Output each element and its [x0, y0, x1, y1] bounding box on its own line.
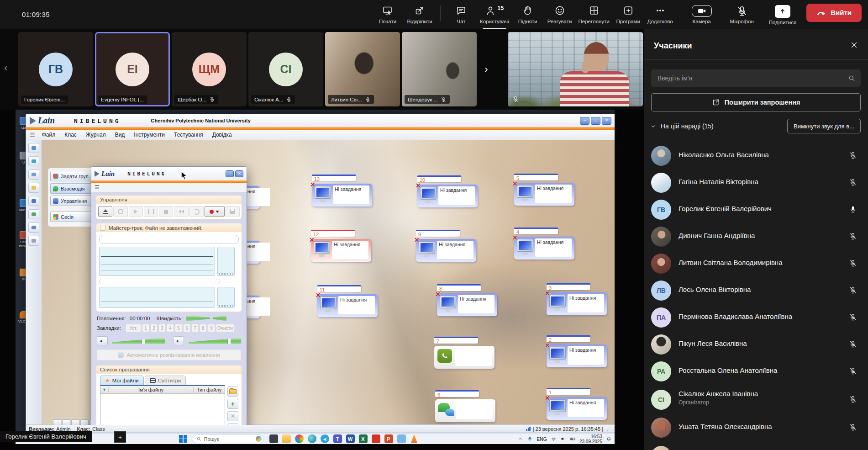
panel-close-button[interactable] [850, 41, 858, 49]
sort-arrow-icon[interactable]: ▼ [100, 387, 109, 392]
battery-icon[interactable] [570, 436, 576, 442]
student-station-3[interactable]: 3 ✕ Ні завдання [547, 283, 607, 315]
volume-icon[interactable] [560, 436, 566, 442]
app-tool-button[interactable] [28, 209, 39, 219]
speech-recognition-button[interactable]: Автоматичне розпізнавання мовлення [97, 349, 241, 360]
bookmark-2[interactable]: 2 [150, 324, 158, 332]
word-icon[interactable]: W [346, 434, 355, 443]
column-file-type[interactable]: Тип файлу [194, 387, 225, 392]
bookmark-1[interactable]: 1 [142, 324, 149, 332]
volume-slider-1[interactable] [112, 338, 165, 344]
speaker-button[interactable] [173, 336, 184, 345]
menu-view[interactable]: Вид [111, 131, 129, 139]
mic-off-icon[interactable] [849, 232, 857, 240]
add-file-button[interactable]: + [227, 399, 238, 409]
clear-list-button[interactable] [227, 424, 238, 425]
student-station-1[interactable]: 1 ✕ Ні завдання [547, 388, 607, 420]
bookmark-set-button[interactable]: Уст. [126, 324, 141, 332]
participant-row[interactable]: РА Росстальна Олена Анатоліївна [644, 358, 868, 385]
raise-hand-button[interactable]: Підняти [512, 2, 544, 26]
column-file-name[interactable]: Ім'я файлу [109, 387, 194, 392]
bookmark-5[interactable]: 5 [175, 324, 182, 332]
mic-off-icon[interactable] [849, 395, 857, 403]
react-button[interactable]: Реагувати [544, 2, 576, 26]
mic-on-icon[interactable] [849, 205, 857, 213]
eject-button[interactable] [98, 206, 112, 217]
search-input[interactable] [657, 74, 848, 82]
name-tag-expand-button[interactable]: + [114, 431, 126, 443]
play-button[interactable] [129, 206, 143, 217]
edge-icon[interactable] [308, 434, 316, 443]
open-file-button[interactable] [227, 386, 238, 397]
record-button[interactable] [205, 206, 225, 217]
save-button[interactable] [226, 206, 240, 217]
student-station-6[interactable]: 6 [435, 390, 495, 422]
mic-off-icon[interactable] [849, 423, 857, 431]
bookmark-4[interactable]: 4 [167, 324, 174, 332]
participant-row[interactable]: ЛВ Лось Олена Вікторівна [644, 277, 868, 304]
master-track-checkbox[interactable] [100, 225, 106, 231]
app-tool-button[interactable] [28, 236, 39, 246]
mic-off-icon[interactable] [849, 178, 857, 186]
more-button[interactable]: Додатково [644, 2, 676, 26]
video-tile-evgeniy-selected[interactable]: EI Evgeniy INFOL (... [95, 32, 170, 106]
file-explorer-icon[interactable] [282, 434, 291, 443]
mic-off-icon[interactable] [849, 367, 857, 375]
playlist-empty-list[interactable] [100, 394, 225, 425]
close-button[interactable]: ✕ [602, 117, 611, 125]
student-station-7[interactable]: 7 [434, 337, 494, 369]
student-station-5[interactable]: 5 ✕ Ні завдання [514, 174, 574, 206]
taskbar-search[interactable]: Пошук [192, 434, 264, 443]
minimize-button[interactable]: – [580, 117, 589, 125]
app-tool-button[interactable] [28, 156, 39, 166]
video-tile-sikaliuk[interactable]: СІ Сікалюк А... [248, 32, 323, 106]
tab-my-files[interactable]: ★ Мої файли [100, 376, 144, 385]
tray-mic-icon[interactable] [527, 436, 533, 442]
start-share-button[interactable]: Почати [372, 2, 404, 26]
app-tool-button[interactable] [28, 169, 39, 180]
student-station-12-selected[interactable]: 12 ✕ Ні завдання [311, 230, 371, 262]
chrome-icon[interactable] [295, 434, 304, 443]
participant-row[interactable]: Ніколаєнко Ольга Василівна [644, 143, 868, 169]
bookmark-8[interactable]: 8 [200, 324, 207, 332]
sidebar-set-group-task-button[interactable]: Задати груп... [50, 171, 92, 181]
student-station-13[interactable]: 13 ✕ Ні завдання [312, 175, 372, 206]
teams-icon[interactable]: T [333, 434, 342, 443]
bookmark-9[interactable]: 9 [208, 324, 215, 332]
loop-button[interactable] [189, 206, 204, 217]
mic-options-chevron[interactable] [758, 2, 766, 12]
chat-button[interactable]: Чат [445, 2, 477, 26]
telegram-icon[interactable]: ◄ [321, 434, 329, 443]
vlc-icon[interactable] [410, 434, 419, 443]
language-indicator[interactable]: ENG [537, 436, 547, 442]
dialog-minimize-button[interactable]: – [226, 170, 234, 177]
pause-button[interactable] [144, 206, 158, 217]
waveform-pane-2[interactable] [99, 287, 215, 308]
app-tool-button[interactable] [28, 183, 39, 193]
record-circle-button[interactable] [113, 206, 127, 217]
menu-testing[interactable]: Тестування [170, 131, 207, 139]
apps-button[interactable]: Програми [612, 2, 644, 26]
app-tool-button[interactable] [28, 222, 39, 233]
app-tool-button[interactable] [28, 196, 39, 206]
student-station-2[interactable]: 2 ✕ Ні завдання [547, 335, 607, 367]
view-button[interactable]: Переглянути [576, 2, 612, 26]
mic-off-icon[interactable] [849, 286, 857, 294]
track-scroll-bar[interactable] [99, 279, 220, 284]
share-invite-button[interactable]: Поширити запрошення [651, 93, 861, 111]
filmstrip-prev-arrow[interactable]: ‹ [2, 62, 10, 74]
maximize-button[interactable]: □ [591, 117, 600, 125]
menu-tools[interactable]: Інструменти [130, 131, 169, 139]
excel-icon[interactable]: X [359, 434, 368, 443]
app-tool-button[interactable] [28, 143, 39, 153]
bookmark-3[interactable]: 3 [158, 324, 166, 332]
sidebar-session-button[interactable]: Сесія [50, 212, 92, 222]
participant-row[interactable]: Ушата Тетяна Олександрівна [644, 414, 868, 441]
taskbar-app-icon[interactable] [269, 434, 278, 443]
powerpoint-icon[interactable]: P [384, 434, 393, 443]
bookmark-7[interactable]: 7 [191, 324, 199, 332]
waveform-pane[interactable] [99, 247, 215, 276]
notification-bell-icon[interactable] [606, 436, 612, 442]
share-button[interactable]: Поділитися [766, 2, 799, 27]
remove-file-button[interactable]: ✕ [227, 411, 238, 421]
